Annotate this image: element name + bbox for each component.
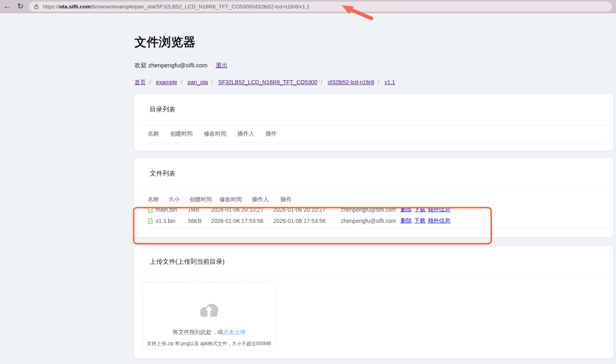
url-scheme: https://	[43, 4, 59, 10]
click-upload-link[interactable]: 点击上传	[223, 329, 246, 335]
breadcrumb-home[interactable]: 首页	[134, 79, 146, 85]
breadcrumb-separator: /	[149, 79, 151, 85]
file-size: 1MB	[188, 206, 211, 213]
col-header-action: 操作	[281, 196, 297, 203]
upload-dropzone[interactable]: 将文件拖到此处，或点击上传 支持上传.zip 和.png以及.apk格式文件，大…	[142, 282, 276, 350]
file-list-title: 文件列表	[134, 158, 613, 178]
file-operator: zhenpengfu@sifli.com	[341, 206, 401, 213]
divider	[140, 189, 608, 190]
file-table-header: 名称 大小 创建时间 修改时间 操作人 操作	[148, 195, 608, 204]
file-size: 56KB	[188, 218, 211, 224]
url-text: https://ota.sifli.com/browser/example/pa…	[43, 4, 310, 10]
file-operator: zhenpengfu@sifli.com	[341, 218, 401, 224]
col-header-operator: 操作人	[252, 196, 281, 203]
col-header-modified: 修改时间	[204, 130, 226, 138]
download-link[interactable]: 下载	[414, 206, 425, 213]
user-email: zhenpengfu@sifli.com	[148, 62, 207, 69]
delete-link[interactable]: 删除	[401, 217, 412, 224]
breadcrumb-separator: /	[321, 79, 323, 85]
upload-cloud-icon	[197, 301, 221, 322]
breadcrumb: 首页/ example/ pan_ota/ SF32LB52_LCD_N16R8…	[134, 79, 613, 86]
file-modified-time: 2026-01-06 17:53:56	[273, 218, 341, 224]
file-table: 名称 大小 创建时间 修改时间 操作人 操作	[148, 195, 608, 229]
page-title: 文件浏览器	[134, 13, 613, 51]
col-header-size: 大小	[169, 196, 189, 203]
url-bar[interactable]: https://ota.sifli.com/browser/example/pa…	[29, 2, 612, 12]
back-icon[interactable]: ←	[2, 2, 12, 11]
col-header-operator: 操作人	[238, 130, 254, 138]
file-icon	[148, 207, 153, 213]
welcome-prefix: 欢迎	[134, 62, 146, 69]
delete-link[interactable]: 删除	[401, 206, 412, 213]
upload-tip: 支持上传.zip 和.png以及.apk格式文件，大小不超过500MB	[143, 340, 275, 347]
logout-link[interactable]: 退出	[215, 62, 228, 69]
directory-list-card: 目录列表 名称 创建时间 修改时间 操作人 操作	[134, 94, 613, 151]
divider	[140, 125, 608, 125]
breadcrumb-version[interactable]: v1.1	[384, 79, 395, 85]
col-header-created: 创建时间	[189, 196, 220, 203]
browser-toolbar: ← ↻ https://ota.sifli.com/browser/exampl…	[0, 0, 616, 13]
directory-list-title: 目录列表	[134, 94, 613, 114]
directory-table-header: 名称 创建时间 修改时间 操作人 操作	[148, 130, 608, 143]
breadcrumb-separator: /	[378, 79, 379, 85]
extra-info-link[interactable]: 额外信息	[428, 217, 450, 224]
col-header-action: 操作	[266, 130, 277, 138]
col-header-modified: 修改时间	[220, 196, 252, 203]
file-modified-time: 2026-01-06 20:10:27	[273, 206, 341, 213]
upload-card-title: 上传文件(上传到当前目录)	[134, 246, 613, 266]
divider	[140, 277, 608, 278]
file-name: main.bin	[156, 206, 177, 213]
file-list-card: 文件列表 名称 大小 创建时间 修改时间 操作人 操作	[134, 158, 613, 237]
breadcrumb-example[interactable]: example	[156, 79, 177, 85]
breadcrumb-project[interactable]: sf32lb52-lcd-n16r8	[327, 79, 374, 85]
refresh-icon[interactable]: ↻	[16, 2, 25, 11]
col-header-created: 创建时间	[170, 130, 193, 138]
page-body: 文件浏览器 欢迎 zhenpengfu@sifli.com 退出 注意文件规则(…	[0, 13, 616, 364]
extra-info-link[interactable]: 额外信息	[428, 206, 450, 213]
col-header-name: 名称	[148, 130, 159, 138]
download-link[interactable]: 下载	[414, 217, 425, 224]
lock-icon	[33, 4, 39, 10]
drag-text-plain: 将文件拖到此处，或	[173, 329, 223, 335]
url-domain: ota.sifli.com	[59, 4, 91, 10]
breadcrumb-pan-ota[interactable]: pan_ota	[187, 79, 208, 85]
breadcrumb-board[interactable]: SF32LB52_LCD_N16R8_TFT_CO5300	[218, 79, 317, 85]
file-name: v1.1.bin	[156, 218, 175, 224]
url-path: /browser/example/pan_ota/SF32LB52_LCD_N1…	[91, 4, 310, 10]
file-icon	[148, 218, 153, 224]
welcome-line: 欢迎 zhenpengfu@sifli.com 退出	[134, 62, 613, 69]
col-header-name: 名称	[148, 196, 169, 203]
upload-card: 上传文件(上传到当前目录) 将文件拖到此处，或点击上传 支持上传.	[134, 246, 613, 358]
breadcrumb-separator: /	[181, 79, 183, 85]
file-created-time: 2026-01-06 17:53:56	[211, 218, 273, 224]
upload-drag-text: 将文件拖到此处，或点击上传	[143, 329, 275, 336]
breadcrumb-separator: /	[211, 79, 213, 85]
file-created-time: 2026-01-06 20:10:27	[211, 206, 273, 213]
table-row: v1.1.bin 56KB 2026-01-06 17:53:56 2026-0…	[148, 215, 608, 226]
table-row: main.bin 1MB 2026-01-06 20:10:27 2026-01…	[148, 204, 608, 215]
